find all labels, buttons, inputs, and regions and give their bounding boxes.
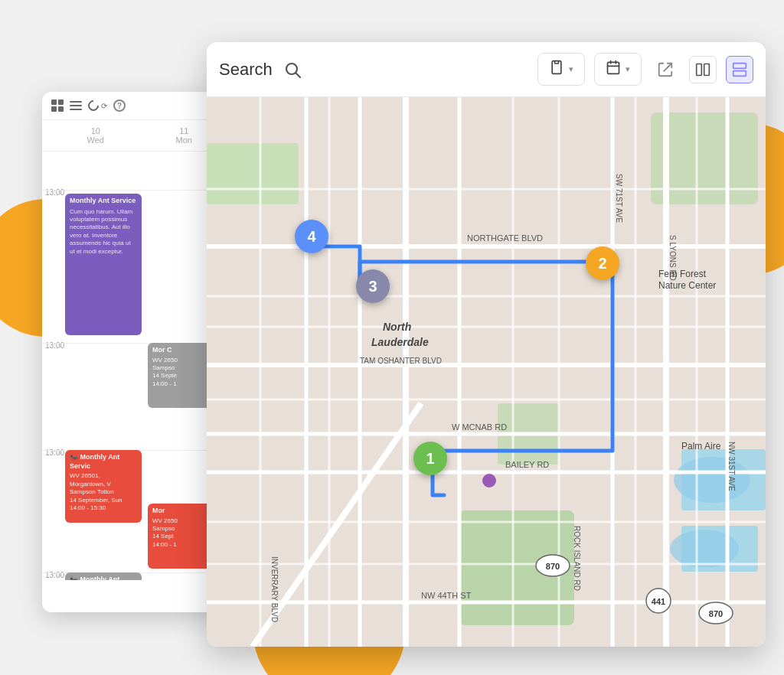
map-panel: Search ▾ — [207, 42, 766, 647]
svg-text:870: 870 — [709, 609, 723, 618]
svg-rect-3 — [608, 62, 619, 73]
svg-rect-8 — [704, 64, 710, 75]
calendar-event[interactable]: Monthly Ant Service Cum quo harum. Ullam… — [65, 194, 142, 335]
svg-text:SW 71ST AVE: SW 71ST AVE — [615, 174, 623, 223]
svg-rect-7 — [697, 64, 702, 75]
clipboard-button[interactable]: ▾ — [537, 53, 585, 86]
svg-text:870: 870 — [546, 562, 560, 571]
svg-text:Palm Aire: Palm Aire — [681, 441, 721, 452]
route-marker-2[interactable]: 2 — [586, 246, 619, 280]
route-marker-small — [482, 474, 496, 488]
route-marker-3[interactable]: 3 — [356, 269, 390, 303]
share-button[interactable] — [651, 55, 680, 84]
map-svg: NORTHGATE BLVD SW 71ST AVE TAM OSHANTER … — [207, 97, 766, 647]
svg-text:Fern Forest: Fern Forest — [658, 269, 707, 279]
svg-text:INVERRARY BLVD: INVERRARY BLVD — [270, 556, 279, 622]
svg-text:NW 31ST AVE: NW 31ST AVE — [727, 442, 736, 491]
svg-text:ROCK ISLAND RD: ROCK ISLAND RD — [573, 526, 581, 591]
help-icon[interactable]: ? — [113, 99, 126, 112]
cycle-icon[interactable]: ⟳ — [88, 100, 107, 111]
clipboard-icon — [549, 60, 564, 79]
map-toolbar: Search ▾ — [207, 42, 766, 97]
search-label: Search — [219, 60, 273, 80]
lines-icon[interactable] — [70, 101, 82, 110]
svg-rect-9 — [733, 63, 746, 68]
svg-text:W MCNAB RD: W MCNAB RD — [452, 422, 507, 432]
calendar-dropdown-icon: ▾ — [626, 64, 630, 74]
map-area[interactable]: NORTHGATE BLVD SW 71ST AVE TAM OSHANTER … — [207, 97, 766, 647]
svg-point-18 — [674, 457, 750, 503]
svg-text:BAILEY RD: BAILEY RD — [505, 460, 549, 469]
clipboard-dropdown-icon: ▾ — [569, 64, 573, 74]
search-button[interactable] — [279, 56, 306, 83]
calendar-icon — [606, 60, 621, 79]
svg-text:Nature Center: Nature Center — [658, 280, 716, 291]
calendar-event[interactable]: 🐜 Monthly Ant Servic WV 26501, Morgantow… — [65, 572, 142, 580]
svg-rect-17 — [207, 143, 299, 204]
grid-icon[interactable] — [51, 99, 64, 112]
split-view-button[interactable] — [689, 56, 717, 83]
route-marker-4[interactable]: 4 — [295, 220, 328, 253]
svg-text:NORTHGATE BLVD: NORTHGATE BLVD — [467, 233, 543, 243]
svg-line-1 — [296, 73, 300, 77]
horizontal-split-button[interactable] — [726, 56, 753, 83]
svg-text:NW 44TH ST: NW 44TH ST — [421, 591, 472, 600]
calendar-event[interactable]: 🐜 Monthly Ant Servic WV 26501, Morgantow… — [65, 450, 142, 523]
svg-text:441: 441 — [652, 597, 665, 606]
search-area: Search — [219, 56, 528, 83]
svg-rect-2 — [555, 61, 559, 64]
calendar-button[interactable]: ▾ — [594, 53, 642, 86]
svg-rect-10 — [733, 70, 746, 76]
day-header-wed: 10 Wed — [51, 126, 140, 145]
route-marker-1[interactable]: 1 — [413, 442, 447, 475]
svg-text:TAM OSHANTER BLVD: TAM OSHANTER BLVD — [360, 357, 442, 365]
svg-text:Lauderdale: Lauderdale — [371, 336, 429, 348]
svg-text:North: North — [383, 321, 411, 333]
